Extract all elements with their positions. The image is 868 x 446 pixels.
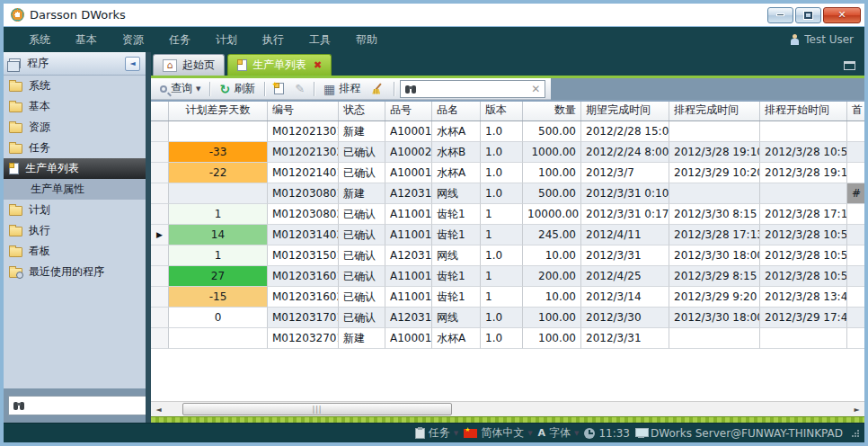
cell-item[interactable]: A12031 [385,183,432,204]
cell-sched_start[interactable]: 2012/3/28 10:52 [760,245,847,266]
query-button[interactable]: 查询 ▼ [156,79,204,98]
table-row[interactable]: M012030801新建A12031网线1.0500.002012/3/31 0… [151,183,864,204]
cell-name[interactable]: 齿轮1 [432,266,481,287]
cell-qty[interactable]: 100.00 [523,163,581,183]
table-row[interactable]: 1M012031501已确认A12031网线1.010.002012/3/312… [151,245,864,266]
user-menu[interactable]: Test User [790,33,854,46]
scrollbar-thumb[interactable]: ||| [182,403,452,415]
close-button[interactable]: ✕ [823,7,861,23]
cell-indicator[interactable] [151,163,169,183]
clear-schedule-button[interactable] [368,81,388,97]
cell-indicator[interactable] [151,245,169,266]
tab-production-order-list[interactable]: 生产单列表 ✖ [227,54,332,76]
cell-sched_start[interactable]: 2012/3/29 17:46 [760,308,847,328]
cell-qty[interactable]: 10.00 [523,245,581,266]
cell-diff[interactable]: 14 [169,225,268,245]
cell-due[interactable]: 2012/4/11 [581,225,669,245]
sidebar-item[interactable]: 计划 [4,200,146,220]
cell-sched_start[interactable] [760,121,847,142]
cell-extra[interactable]: # [847,183,864,204]
table-row[interactable]: 27M012031601已确认A11001齿轮11200.002012/4/25… [151,266,864,287]
cell-ver[interactable]: 1 [481,204,523,225]
cell-extra[interactable] [847,142,864,163]
cell-sched_start[interactable] [760,328,847,349]
cell-id[interactable]: M012031602 [268,287,339,308]
cell-sched_start[interactable]: 2012/3/28 10:52 [760,266,847,287]
cell-due[interactable]: 2012/2/28 15:00 [581,121,669,142]
cell-indicator[interactable] [151,328,169,349]
cell-extra[interactable] [847,287,864,308]
cell-qty[interactable]: 500.00 [523,121,581,142]
cell-diff[interactable] [169,328,268,349]
cell-item[interactable]: A10002 [385,142,432,163]
refresh-button[interactable]: ↻ 刷新 [216,79,259,98]
cell-due[interactable]: 2012/4/25 [581,266,669,287]
status-language-menu[interactable]: 简体中文 ▼ [464,425,532,441]
cell-sched_start[interactable]: 2012/3/28 10:52 [760,142,847,163]
cell-item[interactable]: A11001 [385,204,432,225]
column-header[interactable]: 排程开始时间 [760,102,847,120]
table-row[interactable]: 1M012030802已确认A11001齿轮1110000.002012/3/3… [151,204,864,225]
column-header[interactable]: 数量 [523,102,581,120]
scroll-right-icon[interactable]: ► [849,402,864,416]
cell-extra[interactable] [847,266,864,287]
cell-id[interactable]: M012030801 [268,183,339,204]
cell-indicator[interactable] [151,142,169,163]
cell-ver[interactable]: 1.0 [481,328,523,349]
cell-sched_start[interactable]: 2012/3/28 13:40 [760,287,847,308]
cell-name[interactable]: 网线 [432,183,481,204]
cell-item[interactable]: A11001 [385,287,432,308]
sidebar-collapse-button[interactable]: ◄ [125,57,140,71]
cell-id[interactable]: M012031701 [268,308,339,328]
cell-qty[interactable]: 10.00 [523,287,581,308]
menu-item[interactable]: 基本 [63,29,110,51]
cell-due[interactable]: 2012/3/31 0:10 [581,183,669,204]
cell-sched_end[interactable]: 2012/3/29 8:15 [669,266,760,287]
cell-status[interactable]: 已确认 [339,266,385,287]
cell-status[interactable]: 已确认 [339,287,385,308]
cell-name[interactable]: 水杯A [432,163,481,183]
cell-extra[interactable] [847,308,864,328]
cell-indicator[interactable] [151,183,169,204]
cell-item[interactable]: A11001 [385,266,432,287]
column-header[interactable]: 版本 [481,102,523,120]
table-row[interactable]: 0M012031701已确认A12031网线1.0100.002012/3/30… [151,308,864,328]
cell-item[interactable]: A11001 [385,225,432,245]
schedule-button[interactable]: ▦ 排程 [320,79,364,98]
cell-id[interactable]: M012021401 [268,163,339,183]
table-row[interactable]: M012021301新建A10001水杯A1.0500.002012/2/28 … [151,121,864,142]
cell-extra[interactable] [847,245,864,266]
cell-name[interactable]: 水杯A [432,328,481,349]
status-task-menu[interactable]: 任务 ▼ [415,425,458,441]
cell-due[interactable]: 2012/2/24 8:00 [581,142,669,163]
cell-item[interactable]: A12031 [385,245,432,266]
column-header[interactable]: 计划差异天数 [169,102,268,120]
float-window-icon[interactable] [844,61,855,70]
maximize-button[interactable] [795,7,821,23]
cell-indicator[interactable] [151,287,169,308]
table-row[interactable]: -33M012021302已确认A10002水杯B1.01000.002012/… [151,142,864,163]
cell-status[interactable]: 新建 [339,183,385,204]
toolbar-search-input[interactable] [421,83,527,95]
cell-id[interactable]: M012031402 [268,225,339,245]
cell-item[interactable]: A10001 [385,163,432,183]
cell-name[interactable]: 网线 [432,308,481,328]
sidebar-item[interactable]: 资源 [4,117,146,138]
menu-item[interactable]: 系统 [16,29,63,51]
cell-diff[interactable]: 0 [169,308,268,328]
chevron-down-icon[interactable]: ▼ [454,430,458,437]
cell-item[interactable]: A10001 [385,328,432,349]
cell-diff[interactable] [169,121,268,142]
sidebar-item[interactable]: 最近使用的程序 [4,262,146,282]
close-tab-icon[interactable]: ✖ [314,59,322,71]
cell-indicator[interactable] [151,266,169,287]
new-button[interactable]: ✦ [270,81,288,96]
cell-sched_start[interactable] [760,183,847,204]
sidebar-item[interactable]: 任务 [4,138,146,158]
table-row[interactable]: -15M012031602已确认A11001齿轮1110.002012/3/14… [151,287,864,308]
column-header[interactable]: 状态 [339,102,385,120]
cell-sched_end[interactable] [669,328,760,349]
cell-sched_end[interactable]: 2012/3/30 18:00 [669,308,760,328]
cell-ver[interactable]: 1 [481,225,523,245]
cell-diff[interactable]: -33 [169,142,268,163]
